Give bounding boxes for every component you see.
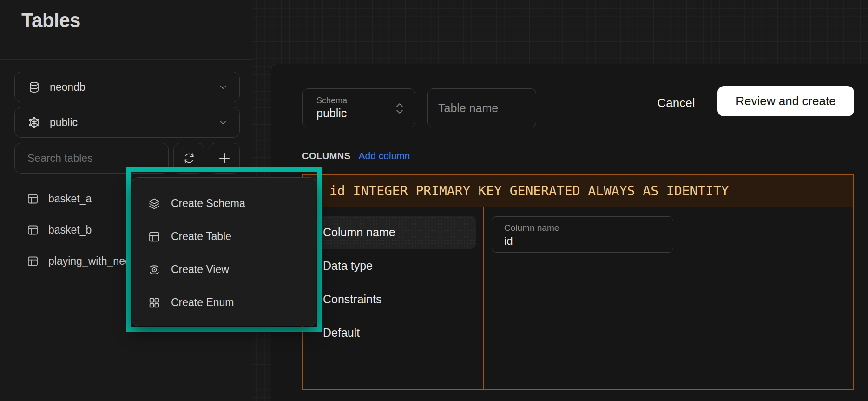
database-icon [28, 81, 40, 94]
menu-item-label: Create Schema [171, 197, 245, 210]
table-icon [148, 230, 161, 243]
plus-icon [217, 151, 232, 166]
table-name-input[interactable] [428, 89, 536, 127]
table-row-label: basket_a [48, 193, 92, 205]
sidebar-edge-line [3, 0, 3, 401]
sidebar-divider [0, 59, 252, 60]
database-select[interactable]: neondb [14, 72, 240, 102]
search-tables-input[interactable] [15, 143, 168, 173]
table-icon [26, 255, 39, 267]
grid-icon [148, 296, 161, 309]
table-row-basket-b[interactable]: basket_b [26, 223, 127, 236]
app-root: Schema public Cancel Review and create C… [0, 0, 868, 401]
column-editor-body: Column name Data type Constraints Defaul… [303, 207, 853, 389]
create-table-panel: Schema public Cancel Review and create C… [271, 64, 868, 401]
column-editor-tabs: Column name Data type Constraints Defaul… [303, 207, 484, 389]
table-icon [26, 193, 39, 205]
menu-item-create-table[interactable]: Create Table [132, 220, 316, 253]
menu-item-label: Create Table [171, 230, 231, 243]
sidebar-title: Tables [21, 9, 80, 32]
tab-data-type[interactable]: Data type [316, 249, 476, 282]
columns-title: COLUMNS [302, 151, 351, 161]
menu-item-label: Create Enum [171, 296, 234, 309]
layers-icon [148, 197, 161, 210]
add-column-link[interactable]: Add column [359, 150, 410, 161]
schema-icon [28, 116, 40, 129]
schema-select[interactable]: public [14, 107, 240, 138]
review-and-create-button[interactable]: Review and create [717, 86, 854, 116]
menu-item-create-enum[interactable]: Create Enum [132, 286, 316, 319]
cancel-button[interactable]: Cancel [646, 91, 706, 114]
menu-item-create-view[interactable]: Create View [132, 253, 316, 286]
tab-column-name[interactable]: Column name [316, 216, 476, 249]
tab-default[interactable]: Default [316, 316, 476, 349]
table-icon [26, 224, 39, 236]
database-select-value: neondb [50, 81, 209, 94]
schema-select-value: public [50, 116, 209, 129]
chevron-down-icon [218, 82, 228, 92]
column-sql-preview: id INTEGER PRIMARY KEY GENERATED ALWAYS … [303, 175, 853, 207]
menu-item-create-schema[interactable]: Create Schema [132, 187, 316, 220]
column-editor-panel: id INTEGER PRIMARY KEY GENERATED ALWAYS … [302, 174, 854, 390]
chevron-down-icon [218, 117, 228, 127]
refresh-button[interactable] [173, 143, 204, 174]
view-icon [148, 263, 161, 276]
table-row-basket-a[interactable]: basket_a [26, 192, 127, 205]
chevron-up-down-icon [395, 101, 405, 116]
tab-constraints[interactable]: Constraints [316, 283, 476, 316]
add-new-button[interactable] [209, 143, 240, 174]
table-row-label: playing_with_neon [48, 255, 127, 267]
table-row-playing-with-neon[interactable]: playing_with_neon [26, 254, 127, 267]
column-editor-detail: Column name [484, 207, 853, 389]
search-tables-box [14, 143, 169, 174]
schema-selector[interactable]: Schema public [302, 88, 415, 127]
column-name-field: Column name [492, 216, 673, 253]
column-name-field-label: Column name [504, 223, 673, 233]
columns-header: COLUMNS Add column [302, 150, 410, 161]
column-name-input[interactable] [504, 234, 658, 247]
menu-item-label: Create View [171, 263, 229, 276]
table-row-label: basket_b [48, 224, 92, 236]
refresh-icon [183, 152, 196, 165]
create-dropdown-menu: Create Schema Create Table Create View [132, 177, 316, 326]
table-name-field [427, 88, 536, 127]
